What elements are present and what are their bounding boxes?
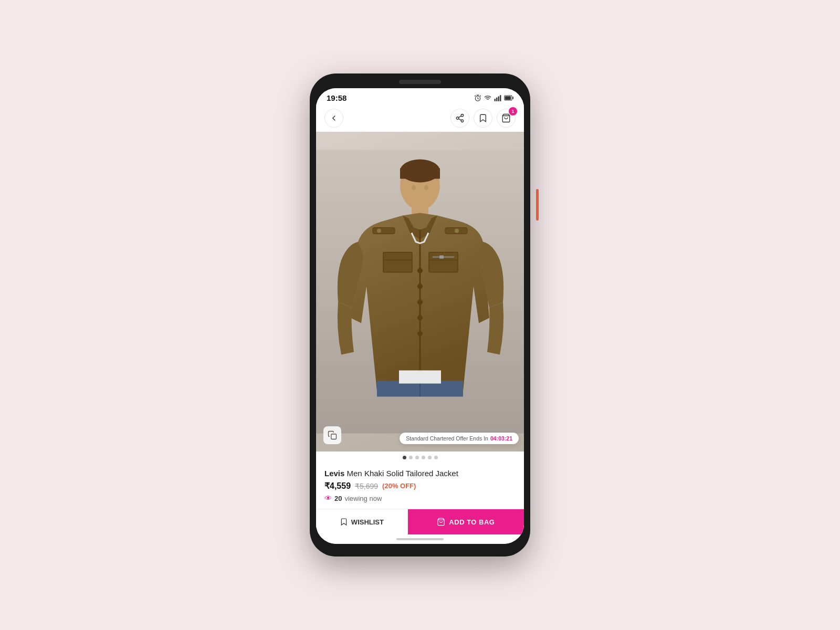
bookmark-wishlist-icon	[340, 518, 348, 526]
price-row: ₹4,559 ₹5,699 (20% OFF)	[324, 481, 516, 491]
svg-point-8	[461, 114, 464, 117]
svg-point-31	[455, 229, 459, 233]
svg-point-32	[417, 268, 423, 274]
svg-rect-28	[373, 228, 395, 234]
svg-line-11	[458, 119, 461, 120]
dot-4[interactable]	[422, 456, 425, 459]
wifi-icon	[484, 94, 491, 102]
phone-screen: 19:58	[316, 88, 524, 544]
dot-5[interactable]	[428, 456, 432, 459]
price-discount: (20% OFF)	[382, 482, 416, 490]
viewing-label: viewing now	[344, 495, 382, 502]
svg-rect-25	[439, 256, 444, 259]
back-arrow-icon	[329, 113, 339, 123]
svg-rect-7	[505, 96, 511, 100]
viewing-count: 20	[334, 495, 342, 502]
product-info: Levis Men Khaki Solid Tailored Jacket ₹4…	[316, 464, 524, 509]
product-title: Levis Men Khaki Solid Tailored Jacket	[324, 469, 516, 478]
image-dots	[316, 452, 524, 464]
svg-rect-3	[498, 96, 499, 101]
svg-point-36	[417, 331, 423, 337]
price-original: ₹5,699	[355, 482, 378, 490]
signal-icon	[494, 94, 501, 102]
action-bar: WISHLIST ADD TO BAG	[316, 509, 524, 534]
bookmark-icon	[478, 113, 488, 123]
share-icon	[455, 113, 465, 123]
product-image-area: Standard Chartered Offer Ends In 04:03:2…	[316, 132, 524, 452]
jacket-illustration	[316, 132, 524, 452]
bookmark-button[interactable]	[474, 109, 492, 128]
phone-frame: 19:58	[310, 74, 530, 556]
bag-count-badge: 1	[509, 107, 517, 116]
svg-rect-4	[500, 95, 501, 101]
svg-point-35	[417, 316, 423, 321]
viewing-row: 👁 20 viewing now	[324, 494, 516, 502]
dot-2[interactable]	[409, 456, 413, 459]
eye-icon: 👁	[324, 494, 332, 502]
speaker	[399, 80, 441, 84]
dot-3[interactable]	[415, 456, 419, 459]
shopping-bag-icon	[501, 113, 511, 123]
home-bar[interactable]	[396, 538, 444, 540]
svg-rect-39	[399, 371, 441, 384]
offer-text: Standard Chartered Offer Ends In	[406, 435, 488, 442]
status-bar: 19:58	[316, 88, 524, 106]
add-to-bag-button[interactable]: ADD TO BAG	[408, 509, 524, 534]
svg-rect-22	[429, 253, 458, 272]
svg-rect-1	[495, 99, 496, 101]
svg-rect-2	[496, 97, 497, 101]
battery-icon	[504, 95, 513, 101]
product-brand: Levis	[324, 469, 344, 478]
dot-1[interactable]	[403, 456, 406, 459]
svg-point-9	[456, 117, 459, 120]
price-current: ₹4,559	[324, 481, 351, 491]
svg-point-29	[377, 229, 381, 233]
svg-point-19	[424, 185, 428, 191]
svg-line-12	[458, 116, 461, 118]
svg-point-34	[417, 300, 423, 305]
svg-rect-26	[383, 253, 412, 272]
alarm-icon	[474, 94, 481, 102]
status-time: 19:58	[327, 93, 346, 102]
svg-point-18	[412, 185, 416, 191]
volume-bar	[536, 189, 539, 220]
home-indicator	[316, 534, 524, 544]
copy-icon	[328, 430, 337, 440]
offer-banner: Standard Chartered Offer Ends In 04:03:2…	[400, 433, 519, 444]
add-to-bag-label: ADD TO BAG	[449, 518, 495, 526]
top-nav: 1	[316, 106, 524, 132]
product-description: Men Khaki Solid Tailored Jacket	[347, 469, 458, 478]
nav-right-actions: 1	[450, 109, 516, 128]
bag-icon	[437, 518, 445, 526]
status-icons	[474, 94, 513, 102]
offer-timer: 04:03:21	[490, 435, 512, 442]
share-button[interactable]	[450, 109, 469, 128]
copy-button[interactable]	[323, 426, 341, 444]
svg-point-33	[417, 284, 423, 289]
svg-point-10	[461, 120, 464, 122]
dot-6[interactable]	[434, 456, 438, 459]
back-button[interactable]	[324, 109, 343, 128]
wishlist-label: WISHLIST	[351, 518, 384, 526]
svg-rect-40	[331, 434, 337, 439]
wishlist-button[interactable]: WISHLIST	[316, 509, 408, 534]
svg-rect-17	[400, 169, 440, 179]
bag-button[interactable]: 1	[497, 109, 516, 128]
